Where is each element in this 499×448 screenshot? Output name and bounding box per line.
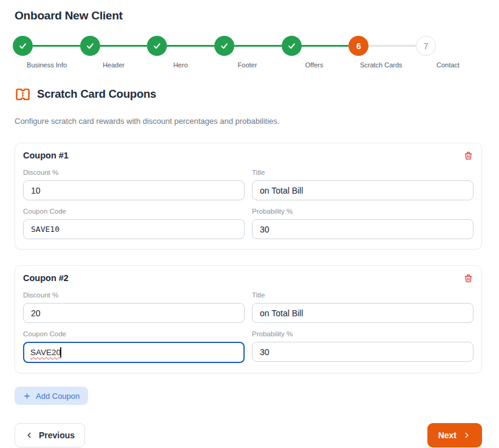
previous-button[interactable]: Previous — [15, 423, 85, 447]
step-label-footer: Footer — [214, 61, 280, 69]
coupon-code-input-focused[interactable]: SAVE20 — [23, 342, 245, 363]
trash-icon — [464, 274, 473, 283]
check-icon — [152, 41, 161, 50]
field-coupon-code: Coupon Code — [23, 208, 245, 239]
step-circle-offers[interactable] — [282, 36, 302, 56]
trash-icon — [464, 151, 473, 160]
chevron-right-icon — [463, 431, 471, 440]
field-discount: Discount % — [23, 169, 245, 200]
probability-input[interactable] — [252, 219, 474, 239]
field-title: Title — [252, 169, 474, 200]
footer-actions: Previous Next — [15, 423, 482, 447]
title-input[interactable] — [252, 303, 474, 323]
step-label-offers: Offers — [281, 61, 348, 69]
probability-label: Probability % — [252, 208, 474, 215]
coupon-code-input[interactable] — [23, 219, 245, 239]
add-coupon-button[interactable]: Add Coupon — [15, 387, 88, 405]
coupon-code-label: Coupon Code — [23, 330, 245, 338]
step-label-scratch-cards: Scratch Cards — [348, 61, 415, 69]
coupon-card-1: Coupon #1 Discount % Title Coupon Code — [15, 143, 482, 249]
page-title: Onboard New Client — [15, 9, 499, 22]
field-coupon-code: Coupon Code SAVE20 — [23, 330, 245, 363]
step-circle-scratch-cards[interactable]: 6 — [348, 36, 368, 56]
probability-label: Probability % — [252, 330, 474, 338]
discount-input[interactable] — [23, 180, 245, 200]
title-label: Title — [252, 291, 474, 299]
probability-input[interactable] — [252, 342, 474, 362]
ticket-icon — [15, 88, 31, 101]
step-label-contact: Contact — [415, 61, 481, 69]
step-label-hero: Hero — [147, 61, 214, 69]
step-circle-hero[interactable] — [147, 36, 167, 56]
stepper-connector — [100, 45, 148, 47]
chevron-left-icon — [25, 431, 33, 440]
coupon-1-heading: Coupon #1 — [23, 151, 69, 160]
stepper: 6 7 Business Info Header Hero Footer Off… — [0, 36, 499, 69]
step-number: 7 — [424, 41, 429, 51]
section-header: Scratch Card Coupons — [15, 87, 499, 101]
stepper-connector — [302, 45, 349, 47]
text-caret — [60, 347, 61, 358]
stepper-track: 6 7 — [13, 36, 436, 56]
title-label: Title — [252, 169, 474, 176]
delete-coupon-1-button[interactable] — [463, 151, 474, 161]
coupon-code-label: Coupon Code — [23, 208, 245, 215]
plus-icon — [23, 392, 31, 400]
stepper-connector — [234, 45, 282, 47]
next-button[interactable]: Next — [427, 423, 482, 447]
previous-label: Previous — [39, 430, 75, 440]
stepper-connector — [368, 45, 416, 47]
step-circle-footer[interactable] — [214, 36, 234, 56]
field-title: Title — [252, 291, 474, 323]
section-title: Scratch Card Coupons — [37, 87, 156, 101]
step-number: 6 — [356, 41, 361, 51]
coupon-card-2: Coupon #2 Discount % Title Coupon Code S… — [15, 265, 482, 373]
title-input[interactable] — [252, 180, 474, 200]
field-discount: Discount % — [23, 291, 245, 323]
step-circle-business-info[interactable] — [13, 36, 33, 56]
check-icon — [220, 41, 229, 50]
step-label-header: Header — [80, 61, 147, 69]
check-icon — [18, 41, 27, 50]
step-circle-contact[interactable]: 7 — [416, 36, 436, 56]
step-circle-header[interactable] — [80, 36, 100, 56]
section-description: Configure scratch card rewards with disc… — [15, 117, 499, 126]
check-icon — [287, 41, 296, 50]
discount-input[interactable] — [23, 303, 245, 323]
stepper-labels: Business Info Header Hero Footer Offers … — [13, 61, 481, 69]
field-probability: Probability % — [252, 208, 474, 239]
discount-label: Discount % — [23, 291, 245, 299]
discount-label: Discount % — [23, 169, 245, 176]
field-probability: Probability % — [252, 330, 474, 363]
check-icon — [86, 41, 95, 50]
add-coupon-label: Add Coupon — [36, 392, 80, 401]
stepper-connector — [167, 45, 214, 47]
delete-coupon-2-button[interactable] — [463, 273, 474, 283]
coupon-2-heading: Coupon #2 — [23, 273, 69, 283]
next-label: Next — [438, 430, 457, 440]
stepper-connector — [33, 45, 80, 47]
step-label-business-info: Business Info — [13, 61, 80, 69]
coupon-code-value: SAVE20 — [30, 348, 61, 357]
